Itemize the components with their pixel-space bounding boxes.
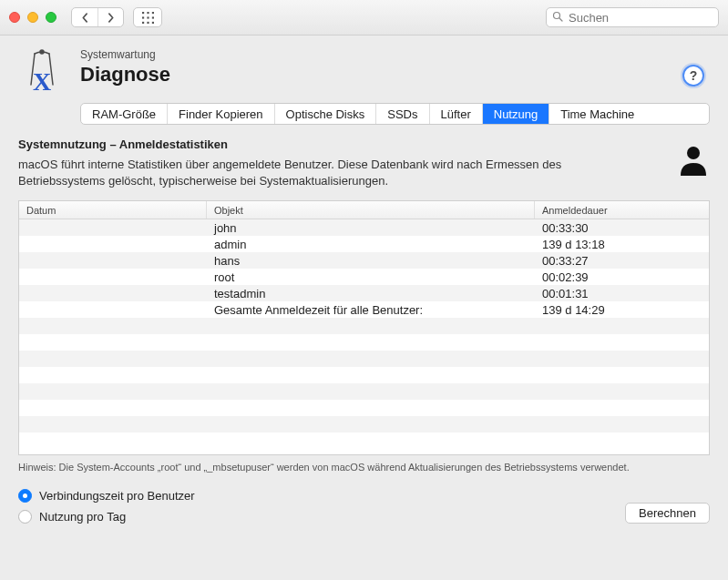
table-row[interactable] — [19, 367, 709, 383]
table-row[interactable]: hans00:33:27 — [19, 252, 709, 269]
svg-rect-1 — [147, 12, 149, 14]
cell-object — [207, 432, 535, 449]
table-row[interactable] — [19, 334, 709, 351]
column-date[interactable]: Datum — [19, 201, 207, 219]
back-button[interactable] — [72, 8, 97, 26]
cell-object: john — [207, 219, 535, 236]
tab-time-machine[interactable]: Time Machine — [549, 104, 645, 124]
column-object[interactable]: Objekt — [207, 201, 535, 219]
cell-duration: 139 d 14:29 — [535, 301, 709, 318]
cell-duration — [535, 416, 709, 432]
cell-duration: 00:33:30 — [535, 219, 709, 236]
cell-object — [207, 400, 535, 416]
cell-date — [19, 432, 207, 449]
cell-date — [19, 219, 207, 236]
table-row[interactable]: root00:02:39 — [19, 269, 709, 285]
cell-object — [207, 318, 535, 334]
svg-rect-3 — [142, 16, 144, 18]
cell-object — [207, 367, 535, 383]
cell-object: admin — [207, 236, 535, 252]
breadcrumb[interactable]: Systemwartung — [80, 48, 170, 61]
page-title: Diagnose — [80, 63, 170, 86]
cell-object: Gesamte Anmeldezeit für alle Benutzer: — [207, 301, 535, 318]
svg-text:X: X — [33, 67, 51, 96]
cell-duration — [535, 383, 709, 400]
cell-duration: 139 d 13:18 — [535, 236, 709, 252]
cell-date — [19, 236, 207, 252]
cell-object — [207, 334, 535, 351]
cell-date — [19, 416, 207, 432]
section-title: Systemnutzung – Anmeldestatistiken — [18, 137, 666, 151]
table-row[interactable] — [19, 383, 709, 400]
person-icon — [677, 143, 710, 176]
search-input[interactable] — [569, 11, 713, 25]
cell-object — [207, 383, 535, 400]
svg-rect-8 — [151, 21, 153, 23]
cell-duration — [535, 367, 709, 383]
tab-l-fter[interactable]: Lüfter — [430, 104, 483, 124]
cell-date — [19, 351, 207, 367]
fullscreen-window-button[interactable] — [46, 12, 56, 23]
cell-duration — [535, 334, 709, 351]
cell-object: root — [207, 269, 535, 285]
cell-duration: 00:01:31 — [535, 285, 709, 301]
cell-date — [19, 301, 207, 318]
table-row[interactable] — [19, 432, 709, 449]
cell-date — [19, 383, 207, 400]
radio-per-user-label: Verbindungszeit pro Benutzer — [39, 489, 195, 503]
close-window-button[interactable] — [9, 12, 20, 23]
calculate-button[interactable]: Berechnen — [625, 503, 710, 524]
forward-button[interactable] — [97, 8, 123, 26]
grid-view-button[interactable] — [133, 7, 162, 27]
radio-per-day-label: Nutzung pro Tag — [39, 510, 126, 524]
tab-ram-gr-e[interactable]: RAM-Größe — [81, 104, 168, 124]
titlebar — [0, 0, 728, 36]
svg-rect-4 — [147, 16, 149, 18]
table-row[interactable]: admin139 d 13:18 — [19, 236, 709, 252]
table-row[interactable]: Gesamte Anmeldezeit für alle Benutzer:13… — [19, 301, 709, 318]
minimize-window-button[interactable] — [27, 12, 38, 23]
table-row[interactable] — [19, 351, 709, 367]
cell-date — [19, 252, 207, 269]
window-controls — [9, 12, 56, 23]
cell-date — [19, 269, 207, 285]
svg-rect-2 — [151, 12, 153, 14]
table-row[interactable] — [19, 416, 709, 432]
svg-point-15 — [687, 147, 700, 159]
cell-duration — [535, 432, 709, 449]
cell-duration: 00:02:39 — [535, 269, 709, 285]
section-description: macOS führt interne Statistiken über ang… — [18, 157, 620, 189]
cell-object: testadmin — [207, 285, 535, 301]
cell-duration — [535, 400, 709, 416]
cell-duration — [535, 351, 709, 367]
cell-object — [207, 351, 535, 367]
radio-per-user[interactable]: Verbindungszeit pro Benutzer — [18, 489, 195, 503]
search-field[interactable] — [546, 7, 719, 27]
cell-date — [19, 367, 207, 383]
cell-date — [19, 285, 207, 301]
tab-finder-kopieren[interactable]: Finder Kopieren — [168, 104, 275, 124]
table-row[interactable] — [19, 400, 709, 416]
app-icon: X — [16, 48, 67, 99]
table-row[interactable]: john00:33:30 — [19, 219, 709, 236]
radio-per-day[interactable]: Nutzung pro Tag — [18, 510, 195, 524]
nav-back-forward — [71, 7, 124, 27]
cell-duration: 00:33:27 — [535, 252, 709, 269]
cell-object: hans — [207, 252, 535, 269]
svg-rect-0 — [142, 12, 144, 14]
help-button[interactable]: ? — [682, 65, 704, 86]
tab-ssds[interactable]: SSDs — [376, 104, 429, 124]
table-row[interactable] — [19, 318, 709, 334]
tab-optische-disks[interactable]: Optische Disks — [275, 104, 377, 124]
column-duration[interactable]: Anmeldedauer — [535, 201, 709, 219]
svg-line-10 — [559, 18, 562, 21]
svg-rect-5 — [151, 16, 153, 18]
table-header: Datum Objekt Anmeldedauer — [19, 201, 709, 219]
tab-nutzung[interactable]: Nutzung — [483, 104, 549, 124]
tab-bar: RAM-GrößeFinder KopierenOptische DisksSS… — [80, 103, 710, 125]
cell-date — [19, 400, 207, 416]
svg-rect-7 — [147, 21, 149, 23]
table-row[interactable]: testadmin00:01:31 — [19, 285, 709, 301]
svg-point-13 — [40, 50, 44, 54]
svg-point-9 — [554, 12, 560, 18]
